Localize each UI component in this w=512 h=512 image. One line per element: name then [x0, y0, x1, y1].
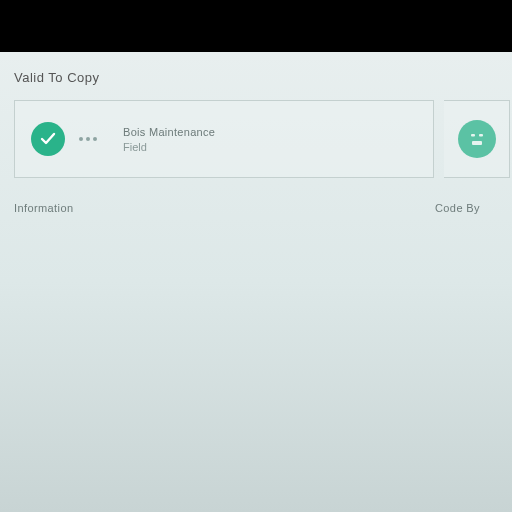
svg-rect-1: [479, 134, 483, 137]
status-dots-icon: [79, 131, 109, 147]
footer-left-label: Information: [14, 202, 73, 214]
side-action-card[interactable]: [444, 100, 510, 178]
svg-rect-0: [471, 134, 475, 137]
face-icon: [458, 120, 496, 158]
footer-row: Information Code By: [14, 202, 510, 214]
status-card[interactable]: Bois Maintenance Field: [14, 100, 434, 178]
card-subtitle: Field: [123, 141, 215, 153]
app-screen: Valid To Copy Bois Maintenance Field Inf…: [0, 52, 512, 512]
card-text: Bois Maintenance Field: [123, 126, 215, 153]
svg-rect-2: [472, 141, 482, 145]
footer-right-label: Code By: [435, 202, 480, 214]
checkmark-icon: [31, 122, 65, 156]
card-title: Bois Maintenance: [123, 126, 215, 138]
section-label: Valid To Copy: [14, 70, 100, 85]
